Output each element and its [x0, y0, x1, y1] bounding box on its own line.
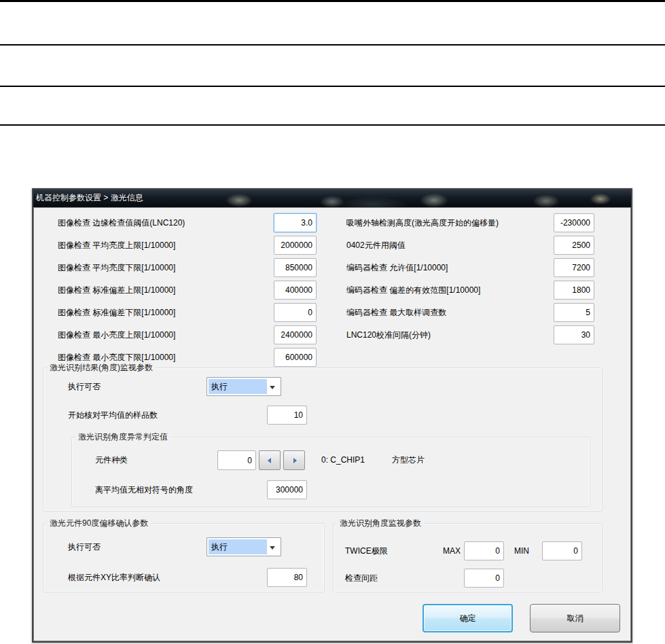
execute-label-2: 执行可否	[68, 537, 101, 556]
field-input-avg-bright-upper[interactable]	[274, 236, 317, 255]
group-angle-abnormal-title: 激光识别角度异常判定值	[75, 431, 170, 442]
group-90deg-offset: 激光元件90度偏移确认参数 执行可否 执行 根据元件XY比率判断确认	[43, 523, 325, 592]
field-input-nozzle-height[interactable]	[554, 213, 594, 232]
field-label-min-bright-upper: 图像检查 最小亮度上限[1/10000]	[58, 325, 175, 344]
part-type-next-button[interactable]	[283, 450, 305, 470]
horizontal-rule-3	[0, 86, 665, 87]
field-input-avg-bright-lower[interactable]	[274, 258, 317, 277]
field-input-min-bright-lower[interactable]	[274, 348, 317, 367]
twice-max-input[interactable]	[464, 541, 504, 560]
field-input-min-bright-upper[interactable]	[274, 325, 317, 344]
field-input-lnc120-interval[interactable]	[554, 325, 594, 344]
twice-max-label: MAX	[443, 541, 461, 560]
samples-label: 开始核对平均值的样品数	[68, 406, 158, 425]
angle-diff-label: 离平均值无相对符号的角度	[95, 480, 193, 499]
check-gap-input[interactable]	[464, 569, 504, 588]
twice-limit-label: TWICE极限	[345, 541, 388, 560]
field-input-stddev-lower[interactable]	[274, 303, 317, 322]
dialog-title-bar[interactable]: 机器控制参数设置 > 激光信息	[33, 190, 631, 207]
dialog-client-area: 图像检查 边缘检查值阈值(LNC120) 图像检查 平均亮度上限[1/10000…	[33, 207, 631, 641]
group-angle-monitor-title: 激光识别角度监视参数	[337, 518, 424, 529]
arrow-left-icon	[268, 458, 271, 463]
execute-combo-value: 执行	[209, 379, 267, 394]
field-label-avg-bright-lower: 图像检查 平均亮度下限[1/10000]	[58, 258, 175, 277]
field-label-0402-threshold: 0402元件用阈值	[346, 236, 406, 255]
ok-button[interactable]: 确定	[423, 604, 513, 632]
part-type-prev-button[interactable]	[259, 450, 281, 470]
arrow-right-icon	[293, 458, 297, 463]
field-label-encoder-allow: 编码器检查 允许值[1/10000]	[346, 258, 448, 277]
samples-input[interactable]	[267, 406, 307, 425]
document-page: 机器控制参数设置 > 激光信息 图像检查 边缘检查值阈值(LNC120) 图像检…	[0, 0, 665, 644]
settings-dialog-window: 机器控制参数设置 > 激光信息 图像检查 边缘检查值阈值(LNC120) 图像检…	[32, 188, 632, 643]
xy-ratio-input[interactable]	[267, 568, 307, 587]
field-label-nozzle-height: 吸嘴外轴检测高度(激光高度开始的偏移量)	[346, 213, 499, 232]
part-type-name: 方型芯片	[392, 450, 425, 469]
field-label-lnc120-interval: LNC120校准间隔(分钟)	[346, 325, 431, 344]
execute-label: 执行可否	[68, 377, 101, 396]
group-laser-angle-result: 激光识别结果(角度)监视参数 执行可否 执行 开始核对平均值的样品数 激光识别角…	[43, 368, 603, 512]
chevron-down-icon	[270, 386, 275, 389]
horizontal-rule-1	[0, 0, 665, 2]
group-angle-monitor: 激光识别角度监视参数 TWICE极限 MAX MIN 检查间距	[333, 523, 603, 592]
field-input-encoder-allow[interactable]	[554, 258, 594, 277]
chevron-down-icon	[270, 546, 275, 550]
twice-min-input[interactable]	[542, 541, 582, 560]
dialog-title: 机器控制参数设置 > 激光信息	[36, 190, 143, 207]
horizontal-rule-2	[0, 44, 665, 46]
field-input-stddev-upper[interactable]	[274, 281, 317, 300]
twice-min-label: MIN	[514, 541, 529, 560]
field-label-avg-bright-upper: 图像检查 平均亮度上限[1/10000]	[58, 236, 175, 255]
horizontal-rule-4	[0, 124, 665, 126]
field-label-encoder-range: 编码器检查 偏差的有效范围[1/10000]	[346, 281, 480, 300]
angle-diff-input[interactable]	[267, 480, 307, 499]
check-gap-label: 检查间距	[345, 569, 378, 588]
field-input-encoder-range[interactable]	[554, 281, 594, 300]
field-label-encoder-samples: 编码器检查 最大取样调查数	[346, 303, 446, 322]
field-label-stddev-upper: 图像检查 标准偏差上限[1/10000]	[58, 281, 175, 300]
part-type-code: 0: C_CHIP1	[321, 450, 365, 469]
xy-ratio-label: 根据元件XY比率判断确认	[68, 568, 160, 587]
field-label-edge-threshold: 图像检查 边缘检查值阈值(LNC120)	[58, 213, 185, 232]
part-type-label: 元件种类	[95, 450, 128, 469]
field-input-0402-threshold[interactable]	[554, 236, 594, 255]
group-angle-abnormal: 激光识别角度异常判定值 元件种类 0: C_CHIP1 方型芯片 离平均值无相对…	[71, 437, 590, 507]
execute-combo-2-value: 执行	[209, 539, 267, 554]
group-laser-angle-result-title: 激光识别结果(角度)监视参数	[47, 362, 156, 373]
group-90deg-offset-title: 激光元件90度偏移确认参数	[47, 518, 151, 529]
execute-combo[interactable]: 执行	[206, 377, 281, 396]
field-input-encoder-samples[interactable]	[554, 303, 594, 322]
execute-combo-2[interactable]: 执行	[206, 537, 281, 556]
field-input-edge-threshold[interactable]	[274, 213, 317, 232]
cancel-button[interactable]: 取消	[530, 604, 620, 632]
part-type-input[interactable]	[217, 450, 256, 470]
field-label-stddev-lower: 图像检查 标准偏差下限[1/10000]	[58, 303, 175, 322]
